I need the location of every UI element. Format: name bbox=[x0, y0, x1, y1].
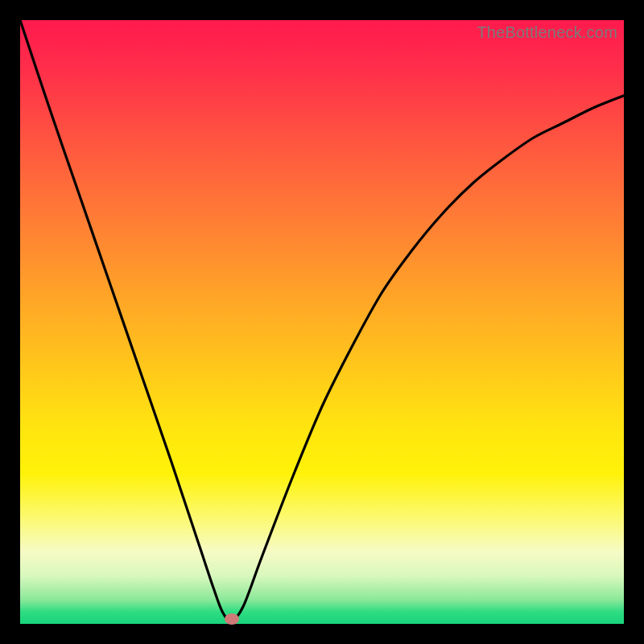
chart-frame: TheBottleneck.com bbox=[0, 0, 644, 644]
plot-area: TheBottleneck.com bbox=[20, 20, 624, 624]
curve-svg bbox=[20, 20, 624, 624]
optimum-marker bbox=[225, 613, 239, 625]
bottleneck-curve bbox=[20, 20, 624, 621]
